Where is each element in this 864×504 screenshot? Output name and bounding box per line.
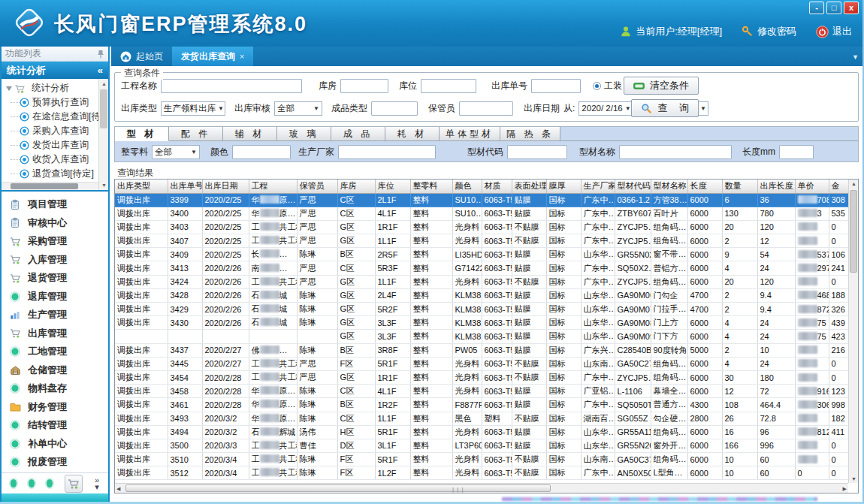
column-header-出库日期[interactable]: 出库日期 — [202, 180, 249, 193]
material-tab-隔热条[interactable]: 隔 热 条 — [500, 127, 560, 141]
column-header-出库单号[interactable]: 出库单号 — [168, 180, 202, 193]
table-row[interactable]: 调拨出库34282020/2/26石城陈琳G区2L4F整料KLM38176063… — [115, 288, 849, 302]
table-row[interactable]: 调拨出库34932020/3/2华原…陈琳C区1L1F整料黑色塑料不贴膜国标湖南… — [115, 412, 849, 425]
radio-gongzhuang[interactable]: 工装 — [593, 80, 622, 92]
scroll-up-icon[interactable]: ▲ — [99, 79, 108, 89]
tree-item-退货查询[待定][interactable]: 退货查询[待定] — [5, 167, 108, 181]
profile-code-input[interactable] — [507, 145, 567, 159]
sidebar-item-退货管理[interactable]: 退货管理 — [2, 269, 108, 288]
material-tab-配件[interactable]: 配 件 — [169, 127, 223, 141]
table-row[interactable]: 调拨出库34372020/2/27佛…陈琳B区3R8F整料PW056063-T5… — [115, 343, 849, 357]
tree-item-采购入库查询[interactable]: 采购入库查询 — [5, 124, 108, 138]
table-row[interactable]: 调拨出库35122020/3/4工共工程陈琳F区1L2F整料光身料6063-T5… — [115, 466, 849, 480]
scroll-down-icon[interactable]: ▼ — [849, 476, 859, 481]
maximize-button[interactable]: □ — [826, 2, 841, 14]
table-row[interactable]: 调拨出库34302020/2/26石城陈琳G区3L3F整料KLM38176063… — [115, 316, 849, 330]
keeper-input[interactable] — [459, 101, 513, 116]
tab-shipping-outbound-query[interactable]: 发货出库查询 × — [172, 47, 253, 66]
sidebar-item-采购管理[interactable]: 采购管理 — [2, 232, 108, 251]
tree-hscroll-thumb[interactable] — [11, 183, 78, 189]
footer-dot-icon[interactable] — [29, 479, 35, 487]
column-header-出库类型[interactable]: 出库类型 — [115, 180, 168, 193]
column-header-型材名称[interactable]: 型材名称 — [651, 180, 687, 193]
profile-name-input[interactable] — [619, 145, 732, 159]
table-row[interactable]: 调拨出库35102020/3/4工共工程陈琳F区5R1F整料光身料6063-T5… — [115, 453, 849, 466]
column-header-单价[interactable]: 单价 — [795, 180, 829, 193]
material-tab-成品[interactable]: 成 品 — [331, 127, 385, 141]
scroll-left-icon[interactable]: ◀ — [116, 486, 120, 492]
close-button[interactable]: x — [844, 2, 859, 14]
column-header-金[interactable]: 金 — [829, 180, 849, 193]
table-row[interactable]: 调拨出库35002020/3/3工共工程曹佳D区3L1F整料LT3P606063… — [115, 439, 849, 452]
sidebar-item-审核中心[interactable]: 审核中心 — [2, 214, 108, 233]
sidebar-item-退库管理[interactable]: 退库管理 — [2, 288, 108, 306]
tree-item-预算执行查询[interactable]: 预算执行查询 — [5, 95, 108, 110]
scroll-right-icon[interactable]: ▶ — [843, 486, 847, 492]
minimize-button[interactable]: - — [809, 2, 824, 14]
sidebar-item-出库管理[interactable]: 出库管理 — [2, 324, 108, 343]
collapse-icon[interactable]: « — [98, 65, 103, 76]
footer-dot-icon[interactable] — [47, 479, 53, 487]
column-header-出库长度[interactable]: 出库长度 — [757, 180, 795, 193]
table-row[interactable]: 调拨出库34612020/2/28华原…陈琳B区1R2F整料F8877FT606… — [115, 398, 849, 412]
material-tab-单体型材[interactable]: 单体型材 — [440, 127, 500, 141]
table-row[interactable]: 调拨出库34242020/2/26工共工程严思G区1L1F整料光身料6063-T… — [115, 275, 849, 288]
column-header-工程[interactable]: 工程 — [249, 180, 297, 193]
order-no-input[interactable] — [531, 79, 581, 93]
column-header-数量[interactable]: 数量 — [722, 180, 757, 193]
tab-close-icon[interactable]: × — [240, 52, 244, 61]
table-row[interactable]: 调拨出库34032020/2/25工共工程严思G区1R1F整料光身料6063-T… — [115, 220, 849, 234]
table-row[interactable]: 调拨出库34582020/2/28华原…陈琳C区4L1F整料光身料6063-T5… — [115, 385, 849, 398]
table-row[interactable]: 调拨出库34002020/2/25华原…严思C区4L1F整料SU10…6063-… — [115, 207, 849, 220]
sidebar-item-财务管理[interactable]: 财务管理 — [2, 398, 108, 417]
tree-vertical-scrollbar[interactable]: ▲ ▼ — [98, 79, 108, 190]
scroll-up-icon[interactable]: ▲ — [849, 181, 859, 186]
date-from-select[interactable]: 2020/ 2/16▼ — [579, 101, 633, 116]
maker-input[interactable] — [338, 145, 436, 159]
length-input[interactable] — [779, 145, 814, 159]
change-password-button[interactable]: 修改密码 — [742, 25, 796, 38]
tree-expander-icon[interactable] — [6, 86, 12, 91]
sidebar-item-物料盘存[interactable]: 物料盘存 — [2, 379, 108, 398]
warehouse-input[interactable] — [340, 79, 388, 93]
table-row[interactable]: 调拨出库34452020/2/27工共工程严思F区5R1F整料光身料6063-T… — [115, 357, 849, 370]
column-header-生产厂家[interactable]: 生产厂家 — [581, 180, 615, 193]
zhengling-select[interactable]: 全部▼ — [152, 145, 200, 159]
sidebar-item-工地管理[interactable]: 工地管理 — [2, 343, 108, 361]
footer-dot-icon[interactable] — [11, 479, 17, 487]
scroll-down-icon[interactable]: ▼ — [99, 180, 108, 190]
sidebar-item-生产管理[interactable]: 生产管理 — [2, 306, 108, 324]
sidebar-item-入库管理[interactable]: 入库管理 — [2, 251, 108, 270]
tree-item-收货入库查询[interactable]: 收货入库查询 — [5, 152, 108, 167]
grid-horizontal-scrollbar[interactable]: ◀ | | | ▶ — [115, 483, 848, 493]
footer-cart-button[interactable] — [65, 475, 83, 493]
out-audit-select[interactable]: 全部▼ — [274, 101, 322, 116]
search-button[interactable]: 查 询 — [631, 99, 699, 117]
sidebar-item-项目管理[interactable]: 项目管理 — [2, 195, 108, 214]
footer-chevron[interactable]: »▾ — [95, 477, 99, 490]
column-header-膜厚[interactable]: 膜厚 — [546, 180, 581, 193]
tree-horizontal-scrollbar[interactable] — [2, 182, 98, 190]
tree-root-item[interactable]: 统计分析 — [5, 81, 108, 95]
column-header-长度[interactable]: 长度 — [687, 180, 722, 193]
table-row[interactable]: 调拨出库34132020/2/26南…严思C区5R3F整料G714226063-… — [115, 261, 849, 275]
project-name-input[interactable] — [161, 79, 302, 93]
column-header-材质[interactable]: 材质 — [482, 180, 512, 193]
grid-vertical-scrollbar[interactable]: ▲ ▼ — [848, 180, 858, 483]
table-row[interactable]: 调拨出库34092020/2/25长…陈琳B区2R5F整料LI35HD6063-… — [115, 248, 849, 261]
table-row[interactable]: 调拨出库34292020/2/26石城陈琳G区5R2F整料KLM38176063… — [115, 303, 849, 316]
column-header-表面处理[interactable]: 表面处理 — [512, 180, 546, 193]
tree-item-在途信息查询[待[interactable]: 在途信息查询[待 — [5, 110, 108, 124]
out-type-select[interactable]: 生产领料出库▼ — [161, 101, 225, 116]
tree-scroll-thumb[interactable] — [100, 89, 107, 128]
column-header-整零料[interactable]: 整零料 — [410, 180, 452, 193]
clear-conditions-button[interactable]: 清空条件 — [624, 77, 699, 95]
table-row[interactable]: G区3L3F整料KLM38176063-T5贴膜国标山东华…GA90M09…门下… — [115, 330, 849, 343]
sidebar-item-仓储管理[interactable]: 仓储管理 — [2, 361, 108, 380]
sidebar-item-报废管理[interactable]: 报废管理 — [2, 453, 108, 472]
location-input[interactable] — [421, 79, 476, 93]
material-tab-型材[interactable]: 型 材 — [115, 127, 169, 141]
table-row[interactable]: 调拨出库34072020/2/25工共工程严思G区1L1F整料光身料6063-T… — [115, 234, 849, 248]
column-header-型材代码[interactable]: 型材代码 — [615, 180, 651, 193]
column-header-库位[interactable]: 库位 — [375, 180, 410, 193]
